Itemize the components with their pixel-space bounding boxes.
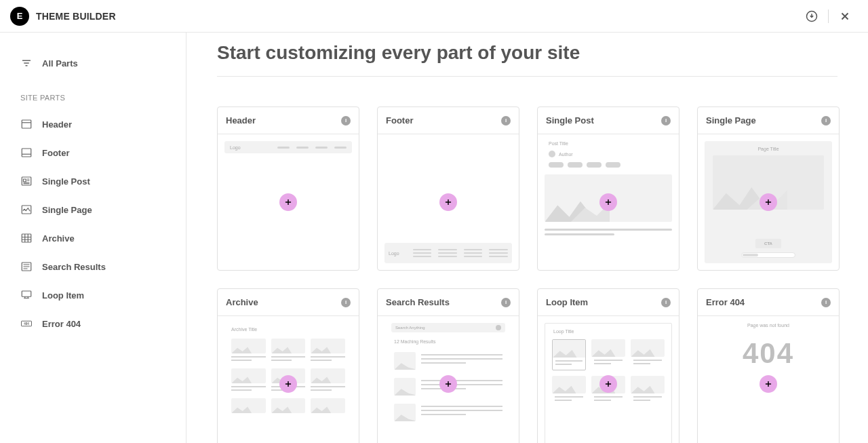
card-preview: Page Title CTA: [698, 134, 839, 270]
sidebar-item-label: Footer: [42, 148, 69, 158]
card-heading: Search Results i: [378, 289, 519, 316]
card-heading: Footer i: [378, 107, 519, 134]
logo-icon: E: [10, 7, 29, 26]
info-icon[interactable]: i: [341, 116, 351, 126]
card-footer[interactable]: Footer i Logo: [377, 107, 519, 271]
preview-loop-title: Loop Title: [549, 328, 667, 339]
search-icon: [496, 325, 501, 330]
svg-rect-5: [22, 234, 31, 242]
preview-not-found: Page was not found: [705, 323, 832, 328]
card-heading: Loop Item i: [538, 289, 679, 316]
card-loop-item[interactable]: Loop Item i Loop Title: [537, 288, 679, 443]
info-icon[interactable]: i: [501, 116, 511, 126]
svg-rect-1: [22, 120, 31, 128]
sidebar-item-label: Single Post: [42, 176, 90, 187]
preview-author-row: Author: [545, 151, 672, 157]
add-button[interactable]: [760, 193, 777, 211]
cards-grid: Header i Logo: [217, 107, 837, 443]
logo-letter: E: [17, 11, 23, 21]
card-preview: Page was not found 404: [698, 316, 839, 443]
svg-rect-2: [22, 149, 31, 157]
close-icon[interactable]: [835, 7, 854, 26]
preview-logo-text: Logo: [389, 251, 399, 256]
sidebar-item-archive[interactable]: Archive: [0, 224, 186, 252]
card-title: Error 404: [706, 297, 745, 307]
preview-search-bar: Search Anything: [391, 323, 505, 332]
sidebar-item-loop-item[interactable]: Loop Item: [0, 281, 186, 309]
card-heading: Error 404 i: [698, 289, 839, 316]
card-preview: Search Anything 12 Maching Results: [378, 316, 519, 443]
card-single-post[interactable]: Single Post i Post Title Author: [537, 107, 679, 271]
main: All Parts SITE PARTS Header Footer Singl…: [0, 33, 868, 443]
sidebar-item-label: Loop Item: [42, 290, 84, 301]
card-error-404[interactable]: Error 404 i Page was not found 404: [697, 288, 840, 443]
preview-post-title: Post Title: [545, 141, 672, 146]
card-title: Loop Item: [546, 297, 588, 307]
card-single-page[interactable]: Single Page i Page Title CTA: [697, 107, 840, 271]
add-button[interactable]: [760, 375, 777, 393]
topbar: E THEME BUILDER: [0, 0, 868, 33]
add-button[interactable]: [599, 193, 617, 211]
sidebar-item-label: Search Results: [42, 262, 106, 272]
sidebar-item-single-post[interactable]: Single Post: [0, 167, 186, 195]
card-heading: Single Post i: [538, 107, 679, 134]
preview-author: Author: [559, 152, 573, 157]
preview-search-placeholder: Search Anything: [395, 326, 425, 330]
filter-icon: [20, 57, 33, 69]
preview-logo-text: Logo: [230, 145, 241, 150]
add-button[interactable]: [279, 193, 297, 211]
preview-avatar-icon: [549, 151, 555, 157]
svg-rect-7: [22, 291, 31, 296]
info-icon[interactable]: i: [661, 298, 671, 307]
sidebar-item-header[interactable]: Header: [0, 110, 186, 138]
error-404-icon: 404: [20, 317, 33, 330]
card-search-results[interactable]: Search Results i Search Anything 12 Mach…: [377, 288, 519, 443]
card-title: Header: [226, 115, 256, 126]
card-preview: Archive Title: [218, 316, 359, 443]
topbar-divider: [828, 9, 829, 23]
topbar-right: [802, 7, 854, 26]
add-button[interactable]: [599, 375, 617, 393]
card-header[interactable]: Header i Logo: [217, 107, 359, 271]
card-title: Single Page: [706, 115, 756, 126]
sidebar-item-label: Header: [42, 119, 72, 130]
sidebar-item-error-404[interactable]: 404 Error 404: [0, 309, 186, 338]
sidebar-item-search-results[interactable]: Search Results: [0, 252, 186, 281]
sidebar: All Parts SITE PARTS Header Footer Singl…: [0, 33, 186, 443]
add-button[interactable]: [439, 375, 457, 393]
info-icon[interactable]: i: [341, 298, 351, 307]
sidebar-section-title: SITE PARTS: [0, 77, 186, 110]
sidebar-item-single-page[interactable]: Single Page: [0, 195, 186, 224]
info-icon[interactable]: i: [661, 116, 671, 126]
info-icon[interactable]: i: [821, 298, 831, 307]
card-archive[interactable]: Archive i Archive Title: [217, 288, 359, 443]
single-page-icon: [20, 204, 33, 216]
card-heading: Header i: [218, 107, 359, 134]
sidebar-item-all-parts[interactable]: All Parts: [0, 49, 186, 77]
search-results-icon: [20, 261, 33, 273]
card-title: Search Results: [386, 297, 450, 307]
info-icon[interactable]: i: [821, 116, 831, 126]
sidebar-item-label: Archive: [42, 233, 75, 244]
preview-404-code: 404: [705, 337, 832, 370]
download-icon[interactable]: [802, 7, 821, 26]
card-heading: Single Page i: [698, 107, 839, 134]
sidebar-item-footer[interactable]: Footer: [0, 138, 186, 167]
card-title: Footer: [386, 115, 413, 126]
add-button[interactable]: [439, 193, 457, 211]
preview-footer-bar: Logo: [384, 243, 512, 263]
footer-icon: [20, 147, 33, 159]
card-preview: Loop Title: [538, 316, 679, 443]
info-icon[interactable]: i: [501, 298, 511, 307]
content: Start customizing every part of your sit…: [186, 33, 868, 443]
preview-cta: CTA: [755, 239, 781, 248]
add-button[interactable]: [279, 375, 297, 393]
archive-icon: [20, 232, 33, 244]
page-title: Start customizing every part of your sit…: [217, 42, 837, 77]
sidebar-item-label: Error 404: [42, 319, 81, 329]
card-preview: Logo: [378, 134, 519, 270]
sidebar-item-label: All Parts: [42, 58, 78, 69]
single-post-icon: [20, 175, 33, 187]
topbar-left: E THEME BUILDER: [10, 7, 116, 26]
preview-archive-title: Archive Title: [224, 323, 352, 339]
